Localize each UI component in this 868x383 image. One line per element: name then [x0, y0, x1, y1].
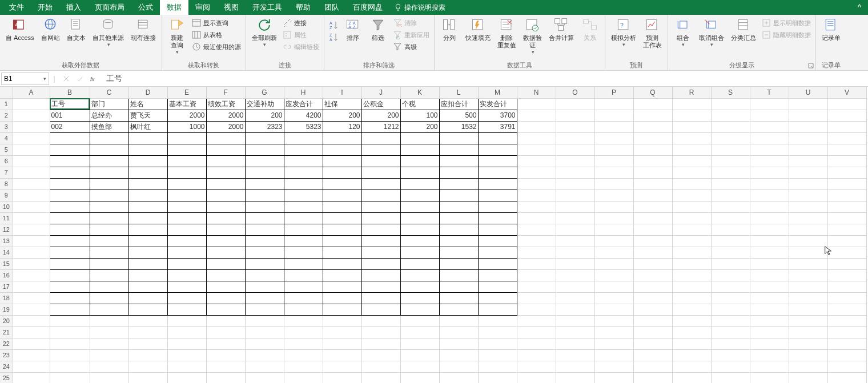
cell-G2[interactable]: 200 [245, 110, 284, 121]
cell-T25[interactable] [750, 372, 789, 383]
cell-F25[interactable] [206, 372, 245, 383]
cell-S16[interactable] [711, 269, 750, 281]
cell-D10[interactable] [128, 201, 167, 212]
cell-D22[interactable] [128, 338, 167, 349]
cell-D2[interactable]: 贾飞天 [128, 110, 167, 121]
cell-L24[interactable] [439, 361, 478, 372]
cell-K3[interactable]: 200 [400, 121, 439, 132]
cell-S22[interactable] [711, 338, 750, 349]
cell-M6[interactable] [478, 155, 517, 167]
cell-S3[interactable] [711, 121, 750, 132]
cell-N8[interactable] [517, 178, 556, 190]
cell-H9[interactable] [284, 190, 323, 201]
row-header-15[interactable]: 15 [0, 258, 13, 269]
row-header-12[interactable]: 12 [0, 224, 13, 235]
cell-B11[interactable] [50, 212, 90, 224]
column-header-R[interactable]: R [672, 87, 711, 98]
cell-A21[interactable] [13, 326, 50, 338]
cell-L5[interactable] [439, 144, 478, 155]
cell-N9[interactable] [517, 190, 556, 201]
cell-F13[interactable] [206, 235, 245, 247]
cell-C17[interactable] [90, 281, 128, 292]
cell-J15[interactable] [361, 258, 400, 269]
cell-E1[interactable]: 基本工资 [167, 98, 206, 110]
cell-B4[interactable] [50, 132, 90, 144]
cell-R10[interactable] [672, 201, 711, 212]
cell-Q14[interactable] [633, 247, 672, 258]
menu-page[interactable]: 页面布局 [88, 0, 131, 15]
row-header-24[interactable]: 24 [0, 361, 13, 372]
show-detail-button[interactable]: 显示明细数据 [760, 17, 813, 29]
cell-D14[interactable] [128, 247, 167, 258]
cell-S23[interactable] [711, 349, 750, 361]
name-box[interactable]: B1▾ [1, 72, 49, 85]
cell-C20[interactable] [90, 315, 128, 326]
cell-Q22[interactable] [633, 338, 672, 349]
group-button[interactable]: 组合 [670, 16, 696, 49]
cell-A9[interactable] [13, 190, 50, 201]
cell-E23[interactable] [167, 349, 206, 361]
cell-T24[interactable] [750, 361, 789, 372]
cell-B22[interactable] [50, 338, 90, 349]
cell-Q11[interactable] [633, 212, 672, 224]
cell-A6[interactable] [13, 155, 50, 167]
cell-S7[interactable] [711, 167, 750, 178]
cell-P23[interactable] [594, 349, 633, 361]
cell-F7[interactable] [206, 167, 245, 178]
cell-D3[interactable]: 枫叶红 [128, 121, 167, 132]
cell-V14[interactable] [827, 247, 866, 258]
cell-R4[interactable] [672, 132, 711, 144]
cell-I25[interactable] [323, 372, 361, 383]
cell-P10[interactable] [594, 201, 633, 212]
cell-O8[interactable] [556, 178, 594, 190]
from-access-button[interactable]: A自 Access [2, 16, 38, 43]
cell-Q6[interactable] [633, 155, 672, 167]
cell-O21[interactable] [556, 326, 594, 338]
cell-H22[interactable] [284, 338, 323, 349]
cell-A5[interactable] [13, 144, 50, 155]
cell-U8[interactable] [789, 178, 827, 190]
cell-Q12[interactable] [633, 224, 672, 235]
cell-U4[interactable] [789, 132, 827, 144]
cell-I23[interactable] [323, 349, 361, 361]
cell-P14[interactable] [594, 247, 633, 258]
cell-N4[interactable] [517, 132, 556, 144]
cell-U14[interactable] [789, 247, 827, 258]
cell-O23[interactable] [556, 349, 594, 361]
edit-links-button[interactable]: 编辑链接 [280, 41, 322, 53]
cell-L4[interactable] [439, 132, 478, 144]
cell-N7[interactable] [517, 167, 556, 178]
cell-G7[interactable] [245, 167, 284, 178]
cell-S10[interactable] [711, 201, 750, 212]
cell-J24[interactable] [361, 361, 400, 372]
cell-H14[interactable] [284, 247, 323, 258]
cell-U19[interactable] [789, 304, 827, 315]
column-header-B[interactable]: B [50, 87, 90, 98]
cell-V1[interactable] [827, 98, 866, 110]
cell-H3[interactable]: 5323 [284, 121, 323, 132]
cell-F9[interactable] [206, 190, 245, 201]
from-text-button[interactable]: 自文本 [63, 16, 89, 43]
column-header-O[interactable]: O [556, 87, 594, 98]
cell-N1[interactable] [517, 98, 556, 110]
cell-L21[interactable] [439, 326, 478, 338]
cell-O16[interactable] [556, 269, 594, 281]
cell-C5[interactable] [90, 144, 128, 155]
cell-F10[interactable] [206, 201, 245, 212]
cell-E4[interactable] [167, 132, 206, 144]
cell-F14[interactable] [206, 247, 245, 258]
cell-O11[interactable] [556, 212, 594, 224]
cell-K11[interactable] [400, 212, 439, 224]
cell-G10[interactable] [245, 201, 284, 212]
cell-K7[interactable] [400, 167, 439, 178]
cell-S8[interactable] [711, 178, 750, 190]
cell-J11[interactable] [361, 212, 400, 224]
cell-P22[interactable] [594, 338, 633, 349]
cell-U3[interactable] [789, 121, 827, 132]
cell-R23[interactable] [672, 349, 711, 361]
cell-F22[interactable] [206, 338, 245, 349]
cell-I8[interactable] [323, 178, 361, 190]
cell-B24[interactable] [50, 361, 90, 372]
cell-O18[interactable] [556, 292, 594, 304]
cell-U9[interactable] [789, 190, 827, 201]
